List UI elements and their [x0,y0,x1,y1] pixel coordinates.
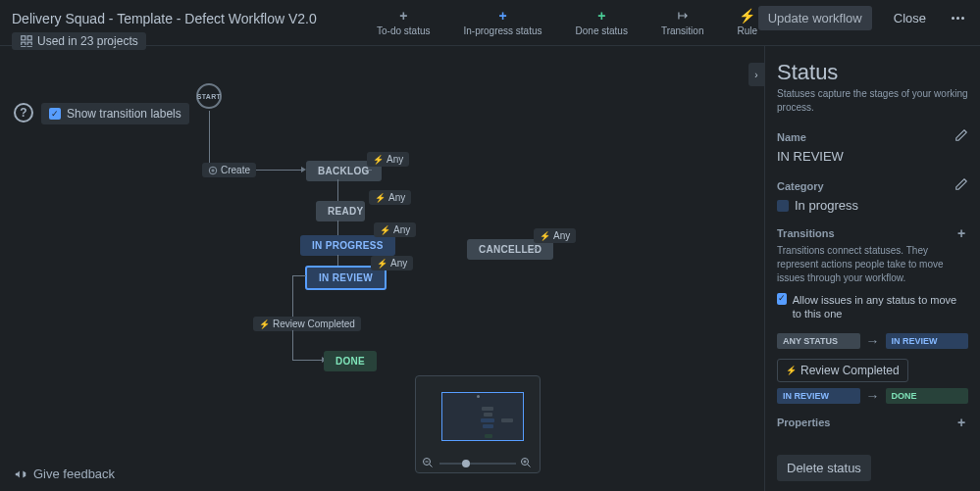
edge [364,170,372,171]
zoom-out-button[interactable] [422,457,436,470]
transition-any[interactable]: ⚡Any [371,256,413,270]
update-workflow-button[interactable]: Update workflow [758,6,872,30]
transition-review-completed[interactable]: ⚡ Review Completed [253,317,361,331]
transition-review-completed[interactable]: ⚡ Review Completed [777,359,908,382]
minimap[interactable] [415,375,541,473]
transition-any[interactable]: ⚡Any [534,228,576,243]
transitions-label: Transitions [777,227,835,239]
transition-from: ANY STATUS [777,333,860,349]
status-detail-panel: Status Statuses capture the stages of yo… [764,45,980,491]
edge [292,330,293,360]
create-icon [208,166,218,175]
allow-any-label: Allow issues in any status to move to th… [793,293,968,321]
edge [292,275,306,276]
zoom-in-button[interactable] [520,457,534,470]
give-feedback-button[interactable]: Give feedback [14,466,115,481]
category-label: Category [777,180,824,192]
bolt-icon: ⚡ [377,259,387,269]
plus-icon: + [498,8,506,24]
svg-rect-0 [22,36,26,40]
zoom-slider[interactable] [439,463,516,465]
bolt-icon: ⚡ [259,319,270,329]
more-icon[interactable] [948,13,968,24]
svg-rect-1 [27,36,31,40]
category-color-swatch [777,200,789,212]
transition-row[interactable]: IN REVIEW → DONE [777,388,968,404]
panel-description: Statuses capture the stages of your work… [777,87,968,115]
add-rule[interactable]: ⚡ Rule [737,8,757,36]
transition-any[interactable]: ⚡Any [369,190,411,205]
collapse-panel-button[interactable]: › [748,63,764,86]
edge [292,360,322,361]
transition-any[interactable]: ⚡Any [367,152,409,167]
transition-row[interactable]: ANY STATUS → IN REVIEW [777,333,968,349]
edit-name-button[interactable] [954,128,968,145]
show-labels-toggle[interactable]: ✓ Show transition labels [41,103,189,124]
name-label: Name [777,131,806,143]
edge [209,111,210,170]
name-value: IN REVIEW [777,149,968,164]
bolt-icon: ⚡ [373,155,384,165]
bolt-icon: ⚡ [380,225,390,235]
transition-to: DONE [886,388,969,404]
plus-icon: + [597,8,605,24]
panel-title: Status [777,60,968,85]
edge [530,248,538,249]
delete-status-button[interactable]: Delete status [777,455,871,481]
arrow-icon: → [866,388,880,404]
breadcrumb: Delivery Squad - Template - Defect Workf… [12,11,317,26]
transition-icon [676,9,690,23]
add-todo-status[interactable]: + To-do status [377,8,430,36]
bolt-icon: ⚡ [540,231,550,241]
allow-any-checkbox[interactable]: ✓ [777,293,787,305]
bolt-icon: ⚡ [375,193,386,203]
megaphone-icon [14,467,27,481]
add-transition[interactable]: Transition [661,8,704,36]
add-property-button[interactable]: + [954,416,968,429]
checkbox-icon: ✓ [49,108,61,120]
close-button[interactable]: Close [884,6,936,30]
node-done[interactable]: DONE [324,351,377,371]
bolt-icon: ⚡ [786,366,797,375]
help-button[interactable]: ? [14,103,33,123]
workflow-canvas[interactable]: ? ✓ Show transition labels START Create … [0,45,764,491]
bolt-icon: ⚡ [739,8,755,24]
category-value: In progress [795,198,858,213]
add-done-status[interactable]: + Done status [576,8,628,36]
properties-label: Properties [777,417,830,428]
transitions-description: Transitions connect statuses. They repre… [777,244,968,285]
add-transition-button[interactable]: + [954,226,968,240]
node-in-progress[interactable]: IN PROGRESS [300,235,395,256]
arrow-icon: → [866,333,880,349]
node-start[interactable]: START [196,83,222,109]
edit-category-button[interactable] [954,177,968,194]
transition-from: IN REVIEW [777,388,860,404]
transition-create[interactable]: Create [202,163,256,177]
node-ready[interactable]: READY [316,201,365,221]
transition-any[interactable]: ⚡Any [374,222,416,237]
minimap-viewport[interactable] [441,392,524,441]
transition-to: IN REVIEW [886,333,969,349]
edge [292,275,293,322]
add-inprogress-status[interactable]: + In-progress status [463,8,542,36]
plus-icon: + [399,8,407,24]
